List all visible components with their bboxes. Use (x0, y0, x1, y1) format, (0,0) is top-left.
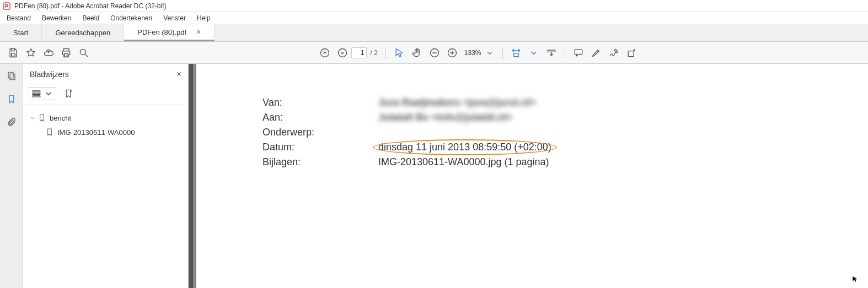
field-attachments: Bijlagen: IMG-20130611-WA0000.jpg (1 pag… (262, 156, 846, 168)
thumbnails-icon[interactable] (5, 69, 18, 83)
svg-point-6 (339, 48, 347, 57)
menu-sign[interactable]: Ondertekenen (105, 13, 158, 23)
bookmarks-icon[interactable] (5, 93, 18, 106)
menu-file[interactable]: Bestand (1, 13, 36, 23)
rotate-icon[interactable] (623, 44, 640, 62)
label-attachments: Bijlagen: (262, 156, 378, 168)
svg-rect-1 (12, 53, 15, 56)
svg-rect-3 (65, 53, 68, 56)
menu-edit[interactable]: Bewerken (36, 13, 77, 23)
app-icon (2, 2, 11, 10)
svg-rect-16 (33, 96, 40, 97)
bookmark-icon (37, 113, 46, 123)
toolbar: / 2 133% (0, 42, 868, 64)
hand-icon[interactable] (408, 44, 426, 62)
bookmark-options-button[interactable] (29, 87, 56, 100)
field-date: Datum: dinsdag 11 juni 2013 08:59:50 (+0… (262, 142, 846, 153)
field-from: Van: Jura Raaljmakers <jura@jurst.nl> (262, 97, 846, 108)
field-to: Aan: Julatalt Bv <info@julatdt.nl> (262, 112, 846, 123)
bookmark-node-child[interactable]: IMG-20130611-WA0000 (28, 125, 184, 139)
bookmark-label: bericht (50, 114, 71, 122)
left-rail (0, 64, 23, 288)
field-subject: Onderwerp: (262, 127, 846, 138)
page-down-icon[interactable] (334, 44, 351, 62)
separator (502, 47, 503, 59)
menu-view[interactable]: Beeld (77, 13, 105, 23)
gutter (189, 64, 193, 288)
page-number-input[interactable] (351, 47, 367, 58)
separator (385, 47, 386, 59)
search-icon[interactable] (75, 44, 93, 62)
tab-document[interactable]: PDFen (80).pdf × (124, 24, 215, 41)
svg-rect-15 (33, 93, 40, 94)
main: Bladwijzers × bericht IMG-20130611-WA000… (0, 64, 868, 288)
svg-rect-0 (3, 3, 10, 9)
svg-rect-12 (8, 72, 13, 78)
window-title: PDFen (80).pdf - Adobe Acrobat Reader DC… (14, 2, 166, 10)
sign-icon[interactable] (605, 44, 623, 62)
value-date: dinsdag 11 juni 2013 08:59:50 (+02:00) (378, 142, 551, 153)
label-date: Datum: (262, 142, 378, 153)
svg-point-5 (321, 48, 329, 57)
bookmark-icon (45, 127, 54, 137)
caret-down-icon[interactable] (29, 113, 36, 123)
svg-rect-9 (513, 53, 518, 56)
comment-icon[interactable] (570, 44, 587, 62)
document-view[interactable]: Van: Jura Raaljmakers <jura@jurst.nl> Aa… (189, 64, 868, 288)
panel-close-icon[interactable]: × (176, 69, 181, 79)
fit-width-dropdown-icon[interactable] (525, 44, 543, 62)
tab-bar: Start Gereedschappen PDFen (80).pdf × (0, 24, 868, 42)
zoom-select[interactable]: 133% (461, 48, 498, 58)
close-icon[interactable]: × (196, 28, 201, 36)
new-bookmark-icon[interactable] (62, 87, 75, 100)
title-bar: PDFen (80).pdf - Adobe Acrobat Reader DC… (0, 0, 868, 12)
menu-help[interactable]: Help (191, 13, 216, 23)
label-to: Aan: (262, 112, 378, 123)
panel-tools (23, 85, 188, 105)
panel-title: Bladwijzers (30, 70, 69, 79)
print-icon[interactable] (57, 44, 75, 62)
svg-rect-14 (33, 91, 40, 92)
fit-width-icon[interactable] (507, 44, 525, 62)
value-to: Julatalt Bv <info@julatdt.nl> (378, 112, 512, 123)
separator (565, 47, 565, 59)
value-attachments: IMG-20130611-WA0000.jpg (1 pagina) (378, 156, 549, 168)
label-from: Van: (262, 97, 378, 108)
bookmark-node-root[interactable]: bericht (28, 111, 184, 125)
bookmarks-panel: Bladwijzers × bericht IMG-20130611-WA000… (23, 64, 189, 288)
svg-rect-13 (10, 74, 15, 80)
date-highlight: dinsdag 11 juni 2013 08:59:50 (+02:00) (378, 142, 551, 153)
value-from: Jura Raaljmakers <jura@jurst.nl> (378, 97, 536, 108)
zoom-in-icon[interactable] (443, 44, 461, 62)
tab-start[interactable]: Start (0, 24, 42, 41)
bookmark-tree: bericht IMG-20130611-WA0000 (23, 105, 188, 145)
selection-arrow-icon[interactable] (390, 44, 408, 62)
cloud-upload-icon[interactable] (40, 44, 57, 62)
svg-rect-11 (628, 51, 634, 56)
tab-tools[interactable]: Gereedschappen (42, 24, 124, 41)
read-mode-icon[interactable] (543, 44, 560, 62)
label-subject: Onderwerp: (262, 127, 378, 138)
menu-window[interactable]: Venster (158, 13, 191, 23)
save-icon[interactable] (4, 44, 22, 62)
cursor-icon (851, 275, 859, 285)
panel-header: Bladwijzers × (23, 64, 188, 85)
menu-bar: Bestand Bewerken Beeld Ondertekenen Vens… (0, 12, 868, 24)
page: Van: Jura Raaljmakers <jura@jurst.nl> Aa… (196, 64, 868, 288)
highlight-icon[interactable] (587, 44, 605, 62)
attachments-icon[interactable] (5, 116, 18, 129)
bookmark-label: IMG-20130611-WA0000 (57, 128, 135, 137)
star-icon[interactable] (22, 44, 40, 62)
zoom-out-icon[interactable] (426, 44, 443, 62)
page-total: / 2 (370, 49, 377, 57)
svg-point-4 (80, 49, 85, 55)
page-up-icon[interactable] (316, 44, 334, 62)
